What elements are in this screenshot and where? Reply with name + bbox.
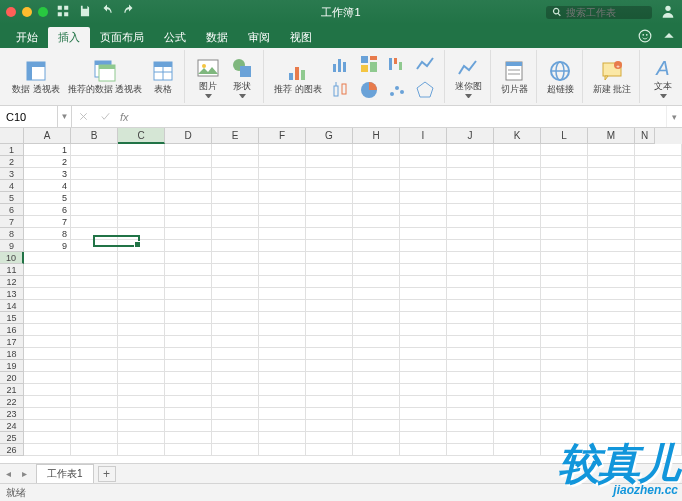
cell[interactable] — [212, 180, 259, 192]
cell[interactable] — [118, 384, 165, 396]
home-icon[interactable] — [56, 4, 70, 20]
cell[interactable] — [447, 240, 494, 252]
cell[interactable] — [447, 396, 494, 408]
cell[interactable] — [400, 216, 447, 228]
row-header[interactable]: 1 — [0, 144, 24, 156]
cell[interactable] — [353, 156, 400, 168]
cell[interactable] — [165, 324, 212, 336]
shapes-button[interactable]: 形状 — [225, 54, 259, 100]
cell[interactable] — [400, 396, 447, 408]
cell[interactable] — [353, 384, 400, 396]
cell[interactable] — [353, 444, 400, 456]
sparkline-button[interactable]: 迷你图 — [451, 54, 486, 100]
cell[interactable] — [494, 288, 541, 300]
cell[interactable] — [212, 432, 259, 444]
cell[interactable] — [541, 420, 588, 432]
cell[interactable] — [71, 192, 118, 204]
cell[interactable] — [71, 348, 118, 360]
row-header[interactable]: 14 — [0, 300, 24, 312]
cell[interactable] — [494, 180, 541, 192]
cell[interactable] — [165, 228, 212, 240]
cell[interactable] — [212, 420, 259, 432]
tab-layout[interactable]: 页面布局 — [90, 27, 154, 48]
minimize-icon[interactable] — [22, 7, 32, 17]
cell[interactable] — [118, 264, 165, 276]
cell[interactable] — [165, 276, 212, 288]
cell[interactable] — [588, 300, 635, 312]
cell[interactable] — [588, 252, 635, 264]
cell[interactable] — [353, 312, 400, 324]
zoom-icon[interactable] — [38, 7, 48, 17]
cell[interactable] — [541, 396, 588, 408]
cell[interactable] — [165, 264, 212, 276]
cell[interactable] — [306, 336, 353, 348]
cell[interactable] — [635, 276, 682, 288]
cell[interactable] — [306, 360, 353, 372]
row-header[interactable]: 10 — [0, 252, 24, 264]
cell[interactable] — [494, 396, 541, 408]
cell[interactable] — [71, 168, 118, 180]
cell[interactable] — [118, 192, 165, 204]
cell[interactable] — [353, 360, 400, 372]
recommended-chart-button[interactable]: 推荐 的图表 — [270, 57, 326, 96]
cell[interactable] — [541, 264, 588, 276]
row-header[interactable]: 13 — [0, 288, 24, 300]
cell[interactable] — [212, 276, 259, 288]
cell[interactable] — [447, 420, 494, 432]
row-header[interactable]: 7 — [0, 216, 24, 228]
row-header[interactable]: 25 — [0, 432, 24, 444]
cell[interactable] — [118, 156, 165, 168]
name-box[interactable] — [0, 106, 58, 127]
cell[interactable] — [212, 336, 259, 348]
cell[interactable] — [400, 192, 447, 204]
cell[interactable] — [494, 144, 541, 156]
cell[interactable] — [165, 336, 212, 348]
cell[interactable] — [259, 168, 306, 180]
cell[interactable] — [306, 216, 353, 228]
cell[interactable] — [212, 312, 259, 324]
col-header[interactable]: J — [447, 128, 494, 144]
cell[interactable] — [541, 372, 588, 384]
sheet-tab[interactable]: 工作表1 — [36, 464, 94, 483]
row-header[interactable]: 11 — [0, 264, 24, 276]
cell[interactable] — [118, 324, 165, 336]
cell[interactable] — [635, 180, 682, 192]
statistic-chart-icon[interactable] — [328, 78, 354, 102]
cell[interactable] — [447, 276, 494, 288]
cell[interactable] — [71, 288, 118, 300]
cell[interactable] — [353, 336, 400, 348]
cell[interactable] — [165, 240, 212, 252]
cell[interactable] — [306, 408, 353, 420]
cell[interactable] — [259, 300, 306, 312]
user-icon[interactable] — [660, 3, 676, 21]
cancel-icon[interactable] — [72, 106, 94, 127]
cell[interactable] — [494, 432, 541, 444]
row-header[interactable]: 18 — [0, 348, 24, 360]
cell[interactable] — [447, 312, 494, 324]
cell[interactable] — [165, 444, 212, 456]
cell[interactable] — [635, 408, 682, 420]
cell[interactable] — [212, 288, 259, 300]
cell[interactable] — [447, 156, 494, 168]
cell[interactable] — [635, 324, 682, 336]
namebox-dropdown-icon[interactable]: ▼ — [58, 106, 72, 127]
cell[interactable] — [447, 324, 494, 336]
cell[interactable] — [353, 168, 400, 180]
cell[interactable] — [212, 264, 259, 276]
cell[interactable] — [259, 324, 306, 336]
cell[interactable] — [24, 384, 71, 396]
col-header[interactable]: E — [212, 128, 259, 144]
cell[interactable] — [635, 432, 682, 444]
cell[interactable] — [494, 252, 541, 264]
cell[interactable] — [541, 348, 588, 360]
cell[interactable] — [71, 264, 118, 276]
cell[interactable] — [447, 228, 494, 240]
cell[interactable] — [635, 300, 682, 312]
cell[interactable] — [541, 300, 588, 312]
cell[interactable] — [306, 384, 353, 396]
cell[interactable] — [259, 144, 306, 156]
cell[interactable] — [447, 204, 494, 216]
cell[interactable] — [118, 336, 165, 348]
cell[interactable] — [24, 300, 71, 312]
cell[interactable] — [259, 336, 306, 348]
